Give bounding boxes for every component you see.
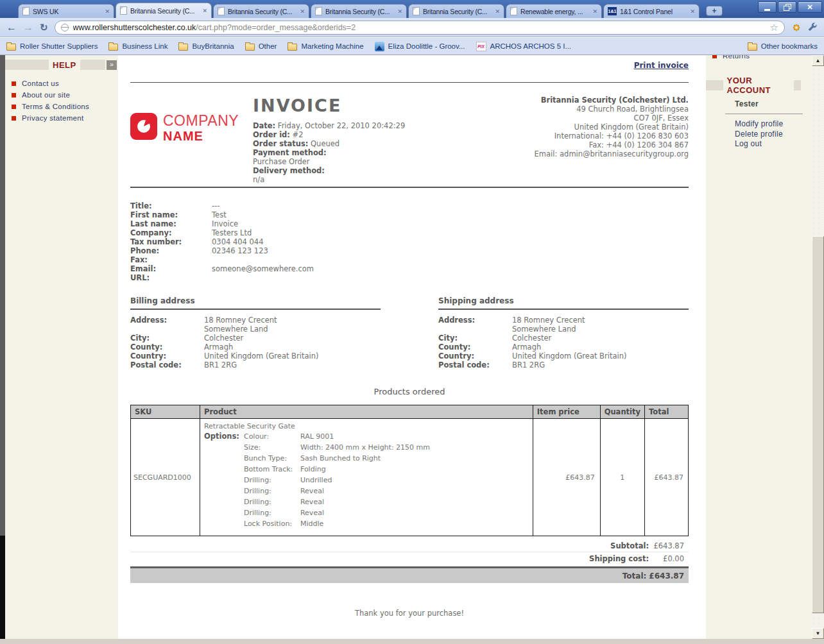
- window-left-edge-dark: [0, 536, 5, 639]
- address-field-row: Postal code:BR1 2RG: [438, 360, 689, 369]
- invoice-title: INVOICE: [253, 96, 405, 115]
- field-label: Address:: [438, 316, 512, 334]
- bullet-icon: [12, 81, 16, 86]
- field-label: Last name:: [130, 219, 212, 228]
- returns-link[interactable]: Returns: [706, 55, 812, 61]
- field-value: Armagh: [204, 343, 233, 352]
- help-link[interactable]: Terms & Conditions: [5, 101, 118, 112]
- page-favicon: [218, 7, 225, 15]
- tab-close-icon[interactable]: ✕: [494, 8, 500, 15]
- extension-icon[interactable]: [791, 22, 802, 33]
- bookmark-item[interactable]: Eliza Doolittle - Groov...: [375, 42, 465, 51]
- meta-row: Purchase Order: [253, 157, 405, 166]
- tab-close-icon[interactable]: ✕: [591, 8, 597, 15]
- tab-close-icon[interactable]: ✕: [103, 8, 110, 15]
- bullet-icon: [12, 105, 16, 109]
- bookmark-star-icon[interactable]: ☆: [770, 22, 778, 32]
- scroll-down-button[interactable]: ▼: [812, 628, 824, 639]
- scroll-up-button[interactable]: ▲: [812, 55, 824, 66]
- tab-close-icon[interactable]: ✕: [396, 8, 402, 15]
- close-button[interactable]: ✕: [798, 1, 822, 13]
- bookmark-item[interactable]: Business Link: [108, 42, 167, 51]
- minimize-button[interactable]: [758, 1, 777, 13]
- bookmark-item[interactable]: Other: [245, 42, 277, 51]
- field-value: Somewhere Land: [204, 325, 277, 334]
- meta-row: Date: Friday, October 22, 2010 20:42:29: [253, 121, 405, 130]
- option-label: Drilling:: [244, 475, 300, 486]
- tab-2[interactable]: Britannia Security (C...✕: [116, 3, 212, 18]
- help-link[interactable]: About our site: [5, 89, 118, 101]
- option-value: Reveal: [300, 486, 324, 496]
- restore-button[interactable]: [778, 1, 796, 13]
- field-value: Somewhere Land: [512, 325, 585, 334]
- print-invoice-link[interactable]: Print invoice: [634, 61, 689, 70]
- forward-button[interactable]: →: [23, 22, 33, 33]
- option-value: Width: 2400 mm x Height: 2150 mm: [300, 442, 430, 453]
- shipping-cost-value: £0.00: [649, 554, 689, 563]
- field-value: Invoice: [212, 219, 238, 228]
- account-link[interactable]: Log out: [735, 139, 812, 149]
- account-links: Modify profileDelete profileLog out: [706, 119, 812, 149]
- col-sku: SKU: [131, 405, 200, 419]
- help-link-label: Contact us: [22, 80, 59, 87]
- help-link[interactable]: Privacy statement: [5, 112, 118, 124]
- option-label: Bunch Type:: [244, 453, 300, 464]
- new-tab-button[interactable]: +: [706, 6, 723, 16]
- reload-button[interactable]: ↻: [40, 22, 48, 32]
- tab-close-icon[interactable]: ✕: [201, 8, 207, 14]
- meta-value: n/a: [253, 175, 264, 184]
- option-value: Folding: [300, 464, 326, 475]
- tab-3[interactable]: Britannia Security (C...✕: [213, 4, 309, 18]
- seller-line: Email: admin@britanniasecuritygroup.org: [535, 149, 689, 158]
- page-favicon: [413, 7, 420, 15]
- back-button[interactable]: ←: [6, 22, 17, 33]
- vertical-scrollbar[interactable]: ▲ ▼: [812, 55, 824, 639]
- tab-1[interactable]: SWS UK✕: [18, 4, 114, 18]
- tab-4[interactable]: Britannia Security (C...✕: [311, 4, 407, 18]
- tab-7[interactable]: 1&11&1 Control Panel✕: [603, 4, 700, 18]
- option-row: Bunch Type:Sash Bunched to Right: [204, 453, 529, 464]
- account-link[interactable]: Modify profile: [735, 119, 812, 130]
- other-bookmarks-label: Other bookmarks: [761, 42, 818, 50]
- bookmark-item[interactable]: BuyBritannia: [178, 42, 234, 51]
- wrench-menu-icon[interactable]: [808, 22, 818, 32]
- option-value: RAL 9001: [300, 431, 334, 442]
- folder-icon: [178, 44, 188, 51]
- billing-address-block: Billing addressAddress:18 Romney Crecent…: [130, 296, 381, 369]
- field-value: 18 Romney Crecent: [204, 316, 277, 325]
- tab-close-icon[interactable]: ✕: [689, 8, 695, 15]
- account-link[interactable]: Delete profile: [735, 130, 812, 140]
- bookmark-label: ARCHOS ARCHOS 5 I...: [490, 42, 572, 50]
- tab-5[interactable]: Britannia Security (C...✕: [408, 4, 504, 18]
- meta-row: Delivery method:: [253, 166, 405, 175]
- help-link[interactable]: Contact us: [5, 78, 118, 89]
- tab-label: Britannia Security (C...: [423, 8, 490, 15]
- bookmark-item[interactable]: Roller Shutter Suppliers: [6, 42, 98, 51]
- grand-total-label: Total:: [622, 572, 647, 580]
- col-quantity: Quantity: [600, 405, 644, 419]
- option-value: Reveal: [300, 507, 324, 518]
- bookmark-item[interactable]: PIXARCHOS ARCHOS 5 I...: [476, 42, 572, 51]
- address-field-row: Address:18 Romney CrecentSomewhere Land: [130, 316, 381, 334]
- option-label: Drilling:: [244, 507, 300, 518]
- tab-close-icon[interactable]: ✕: [298, 8, 305, 15]
- tab-label: SWS UK: [33, 8, 100, 15]
- scrollbar-thumb[interactable]: [812, 236, 824, 613]
- products-heading: Products ordered: [130, 387, 689, 396]
- bookmark-item[interactable]: Marketing Machine: [288, 42, 363, 51]
- help-link-label: About our site: [22, 91, 70, 99]
- other-bookmarks-button[interactable]: Other bookmarks: [748, 42, 818, 51]
- customer-field-row: Phone:02346 123 123: [130, 246, 689, 255]
- seller-name: Britannia Security (Colchester) Ltd.: [535, 96, 689, 105]
- address-bar[interactable]: www.rollershutterscolchester.co.uk/cart.…: [55, 21, 785, 35]
- option-row: Drilling:Reveal: [204, 496, 529, 507]
- field-label: First name:: [130, 210, 212, 219]
- option-value: Sash Bunched to Right: [300, 453, 381, 464]
- thank-you-message: Thank you for your purchase!: [130, 609, 689, 618]
- field-label: City:: [130, 334, 204, 343]
- address-field-row: County:Armagh: [438, 343, 689, 352]
- folder-icon: [288, 44, 297, 51]
- field-value: Test: [212, 210, 227, 219]
- tab-6[interactable]: Renewable energy, ...✕: [506, 4, 602, 18]
- menu-expand-button[interactable]: »: [107, 60, 117, 70]
